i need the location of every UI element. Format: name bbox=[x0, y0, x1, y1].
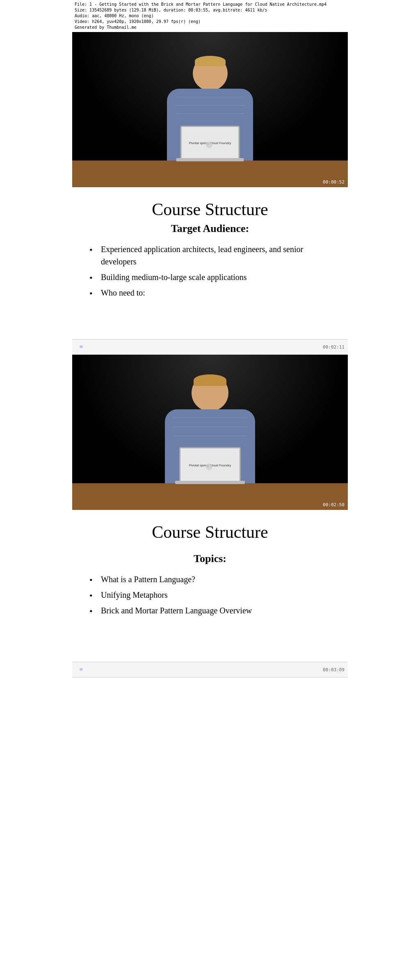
video-panel-1: Pivotal spring Cloud Foundry 00:00:52 bbox=[72, 32, 348, 187]
bullet-item-1-3: Who need to: bbox=[97, 287, 331, 299]
slide-title-2: Course Structure bbox=[89, 522, 331, 542]
video-panel-2: Pivotal spring Cloud Foundry 00:02:50 bbox=[72, 355, 348, 510]
file-info-line5: Generated by Thumbnail.me bbox=[75, 25, 345, 30]
bullet-list-2: What is a Pattern Language? Unifying Met… bbox=[89, 573, 331, 617]
bullet-item-1-1: Experienced application architects, lead… bbox=[97, 243, 331, 268]
file-info: File: 1 - Getting Started with the Brick… bbox=[72, 0, 348, 32]
file-info-line1: File: 1 - Getting Started with the Brick… bbox=[75, 2, 345, 7]
panel-separator-1: ≡ 00:02:11 bbox=[72, 339, 348, 355]
bullet-item-2-3: Brick and Mortar Pattern Language Overvi… bbox=[97, 604, 331, 617]
slide-content-1: Course Structure Target Audience: Experi… bbox=[72, 187, 348, 339]
file-info-line3: Audio: aac, 48000 Hz, mono (eng) bbox=[75, 13, 345, 19]
timestamp-2: 00:02:50 bbox=[323, 502, 345, 507]
file-info-line2: Size: 135452689 bytes (129.18 MiB), dura… bbox=[75, 7, 345, 13]
nav-timestamp-1: 00:02:11 bbox=[323, 344, 345, 350]
slide-subtitle-2: Topics: bbox=[89, 553, 331, 565]
nav-icon-2[interactable]: ≡ bbox=[75, 664, 87, 675]
slide-subtitle-1: Target Audience: bbox=[89, 223, 331, 235]
bullet-item-2-1: What is a Pattern Language? bbox=[97, 573, 331, 585]
slide-title-1: Course Structure bbox=[89, 200, 331, 219]
panel-separator-2: ≡ 00:03:09 bbox=[72, 662, 348, 677]
bullet-list-1: Experienced application architects, lead… bbox=[89, 243, 331, 299]
nav-icon-1[interactable]: ≡ bbox=[75, 341, 87, 353]
file-info-line4: Video: h264, yuv420p, 1920x1080, 29.97 f… bbox=[75, 19, 345, 25]
footer-timestamp: 00:03:09 bbox=[323, 667, 345, 672]
bullet-item-1-2: Building medium-to-large scale applicati… bbox=[97, 271, 331, 283]
timestamp-1: 00:00:52 bbox=[323, 179, 345, 185]
slide-content-2: Course Structure Topics: What is a Patte… bbox=[72, 510, 348, 662]
bullet-item-2-2: Unifying Metaphors bbox=[97, 589, 331, 601]
